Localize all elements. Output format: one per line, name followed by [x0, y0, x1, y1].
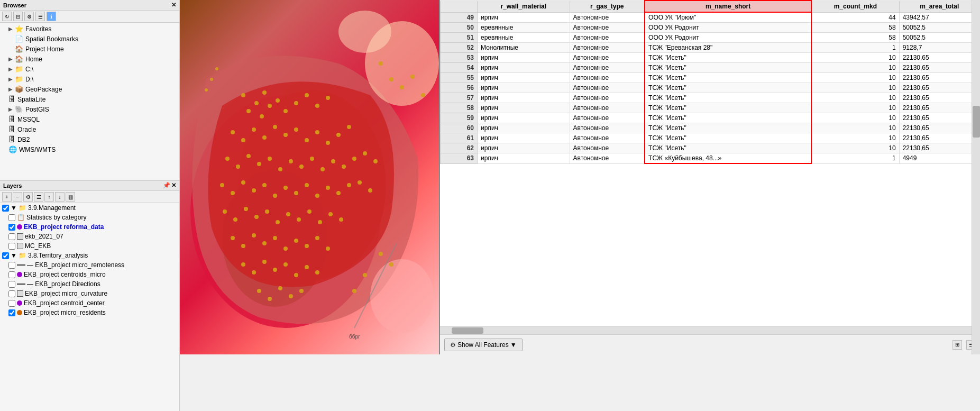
browser-item-postgis[interactable]: ▶ 🐘 PostGIS: [0, 104, 179, 114]
layer-checkbox-micro-residents[interactable]: [8, 309, 15, 316]
browser-item-home[interactable]: ▶ 🏠 Home: [0, 54, 179, 64]
browser-item-wms[interactable]: 🌐 WMS/WMTS: [0, 144, 179, 154]
svg-point-37: [299, 165, 304, 169]
layer-up-button[interactable]: ↑: [44, 192, 54, 202]
collapse-button[interactable]: ⊟: [13, 12, 23, 21]
svg-point-105: [215, 67, 218, 70]
table-row[interactable]: 51 еревянные Автономное ООО УК Родонит 5…: [441, 33, 980, 43]
layer-checkbox-centroids[interactable]: [8, 271, 15, 278]
table-row[interactable]: 49 ирпич Автономное ООО УК "Ирюм" 44 439…: [441, 12, 980, 23]
layer-group-button[interactable]: ▥: [66, 192, 75, 202]
browser-title: Browser: [3, 2, 26, 8]
layer-mc-ekb[interactable]: MC_EKB: [0, 241, 179, 251]
layer-checkbox-statistics[interactable]: [8, 214, 15, 221]
col-rownum[interactable]: [441, 1, 478, 12]
col-m-count-mkd[interactable]: m_count_mkd: [811, 1, 899, 12]
svg-point-18: [231, 130, 235, 134]
table-row[interactable]: 61 ирпич Автономное ТСЖ "Исеть" 10 22130…: [441, 133, 980, 143]
cell-count-mkd: 58: [811, 33, 899, 43]
table-row[interactable]: 59 ирпич Автономное ТСЖ "Исеть" 10 22130…: [441, 113, 980, 123]
layers-close-icon[interactable]: ✕: [171, 182, 176, 189]
layer-checkbox-ekb2021[interactable]: [8, 233, 15, 240]
svg-point-9: [246, 109, 251, 113]
layer-settings-button[interactable]: ☰: [34, 192, 43, 202]
remove-layer-button[interactable]: −: [13, 192, 22, 202]
browser-item-geopackage[interactable]: ▶ 📦 GeoPackage: [0, 84, 179, 94]
layer-micro-remoteness[interactable]: — EKB_project micro_remoteness: [0, 260, 179, 270]
browser-item-spatial-bookmarks[interactable]: 📄 Spatial Bookmarks: [0, 34, 179, 44]
layers-pin-icon[interactable]: 📌: [163, 182, 170, 189]
cell-count-mkd: 10: [811, 63, 899, 73]
col-r-gas-type[interactable]: r_gas_type: [570, 1, 645, 12]
layer-micro-residents[interactable]: EKB_project micro_residents: [0, 308, 179, 317]
svg-point-53: [305, 183, 309, 187]
browser-item-project-home[interactable]: 🏠 Project Home: [0, 44, 179, 54]
svg-point-48: [252, 188, 256, 193]
col-r-wall-material[interactable]: r_wall_material: [478, 1, 570, 12]
project-home-icon: 🏠: [15, 45, 23, 53]
table-row[interactable]: 52 Монолитные Автономное ТСЖ "Ереванская…: [441, 43, 980, 53]
table-row[interactable]: 58 ирпич Автономное ТСЖ "Исеть" 10 22130…: [441, 103, 980, 113]
h-scroll-thumb[interactable]: [452, 327, 483, 334]
vertical-scrollbar[interactable]: [972, 0, 980, 354]
layer-checkbox-management[interactable]: [2, 205, 9, 212]
browser-close-icon[interactable]: ✕: [171, 2, 176, 8]
layer-centroid-center[interactable]: EKB_project centroid_center: [0, 298, 179, 308]
map-area[interactable]: ббрг Кирпич: [180, 0, 439, 354]
table-row[interactable]: 53 ирпич Автономное ТСЖ "Исеть" 10 22130…: [441, 53, 980, 63]
layer-checkbox-remoteness[interactable]: [8, 262, 15, 269]
filter-layers-button[interactable]: ⚙: [23, 192, 33, 202]
layer-down-button[interactable]: ↓: [55, 192, 65, 202]
show-all-features-button[interactable]: ⚙ Show All Features ▼: [444, 339, 523, 351]
info-button[interactable]: ℹ: [47, 12, 56, 21]
table-wrapper[interactable]: r_wall_material r_gas_type m_name_short …: [440, 0, 980, 326]
table-row[interactable]: 62 ирпич Автономное ТСЖ "Исеть" 10 22130…: [441, 143, 980, 153]
table-row[interactable]: 54 ирпич Автономное ТСЖ "Исеть" 10 22130…: [441, 63, 980, 73]
layer-statistics[interactable]: 📋 Statistics by category: [0, 213, 179, 222]
refresh-button[interactable]: ↻: [2, 12, 12, 21]
layer-checkbox-mc-ekb[interactable]: [8, 243, 15, 250]
table-row[interactable]: 50 еревянные Автономное ООО УК Родонит 5…: [441, 23, 980, 33]
table-row[interactable]: 63 ирпич Автономное ТСЖ «Куйбышева, 48..…: [441, 153, 980, 164]
col-m-area-total[interactable]: m_area_total: [899, 1, 979, 12]
horizontal-scrollbar[interactable]: [440, 326, 980, 334]
layer-group-management[interactable]: ▼ 📁 3.9.Management: [0, 203, 179, 213]
browser-item-c[interactable]: ▶ 📁 C:\: [0, 64, 179, 74]
filter-icon: ⚙: [450, 341, 456, 349]
layer-checkbox-curvature[interactable]: [8, 290, 15, 297]
browser-item-mssql[interactable]: 🗄 MSSQL: [0, 114, 179, 124]
table-row[interactable]: 56 ирпич Автономное ТСЖ "Исеть" 10 22130…: [441, 83, 980, 93]
col-m-name-short[interactable]: m_name_short: [645, 1, 811, 12]
layer-reforma[interactable]: EKB_project reforma_data: [0, 222, 179, 232]
layer-checkbox-directions[interactable]: [8, 281, 15, 288]
svg-point-44: [373, 159, 378, 163]
layer-centroids-micro[interactable]: EKB_project centroids_micro: [0, 270, 179, 279]
table-toggle-button[interactable]: ⊞: [952, 340, 962, 350]
layer-checkbox-reforma[interactable]: [8, 224, 15, 231]
arrow-icon: ▶: [8, 66, 13, 72]
layers-panel: Layers 📌 ✕ + − ⚙ ☰ ↑ ↓ ▥ ▼ 📁 3.9.Managem…: [0, 180, 180, 411]
layer-ekb2021[interactable]: ekb_2021_07: [0, 232, 179, 241]
row-number: 62: [441, 143, 478, 153]
table-row[interactable]: 55 ирпич Автономное ТСЖ "Исеть" 10 22130…: [441, 73, 980, 83]
table-row[interactable]: 60 ирпич Автономное ТСЖ "Исеть" 10 22130…: [441, 123, 980, 133]
v-scroll-thumb[interactable]: [973, 106, 980, 138]
browser-item-favorites[interactable]: ▶ ⭐ Favorites: [0, 24, 179, 34]
layer-checkbox-centroid-center[interactable]: [8, 300, 15, 307]
folder-c-icon: 📁: [15, 65, 23, 73]
browser-item-oracle[interactable]: 🗄 Oracle: [0, 124, 179, 134]
cell-count-mkd: 10: [811, 103, 899, 113]
add-layer-button[interactable]: +: [2, 192, 12, 202]
layer-group-territory[interactable]: ▼ 📁 3.8.Territory_analysis: [0, 251, 179, 260]
settings-button[interactable]: ☰: [35, 12, 45, 21]
browser-item-db2[interactable]: 🗄 DB2: [0, 134, 179, 144]
svg-point-73: [241, 244, 245, 248]
browser-item-d[interactable]: ▶ 📁 D:\: [0, 74, 179, 84]
table-row[interactable]: 57 ирпич Автономное ТСЖ "Исеть" 10 22130…: [441, 93, 980, 103]
layer-checkbox-territory[interactable]: [2, 252, 9, 259]
browser-item-spatialite[interactable]: 🗄 SpatiaLite: [0, 94, 179, 104]
mssql-icon: 🗄: [8, 115, 15, 123]
layer-curvature[interactable]: EKB_project micro_curvature: [0, 289, 179, 298]
filter-button[interactable]: ⚙: [24, 12, 34, 21]
layer-directions[interactable]: — EKB_project Directions: [0, 279, 179, 289]
